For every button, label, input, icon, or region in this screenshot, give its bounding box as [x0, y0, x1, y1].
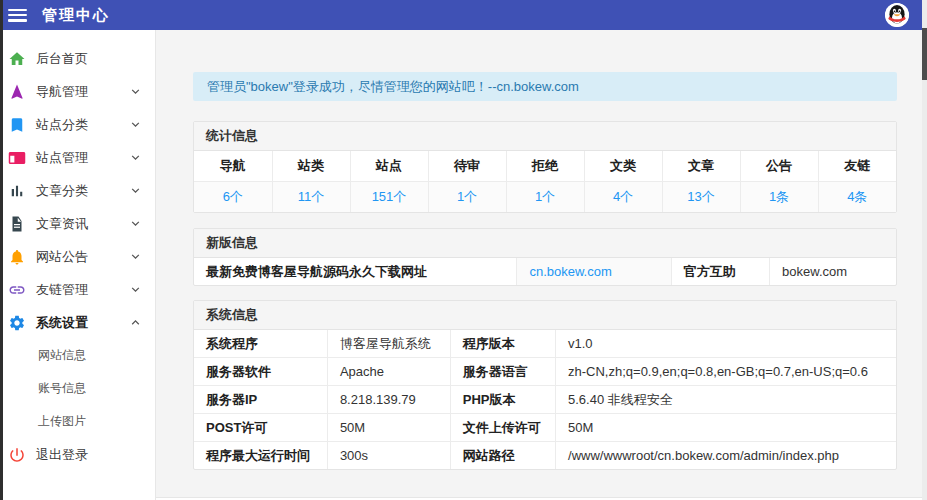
system-value: 50M [327, 414, 450, 442]
sidebar-item-label: 友链管理 [36, 281, 128, 299]
official-support-value: bokew.com [770, 258, 896, 285]
system-info-row: 系统程序 博客屋导航系统 程序版本 v1.0 [194, 330, 896, 358]
sidebar-subitem-label: 账号信息 [38, 380, 86, 397]
stats-column-header: 站点 [350, 151, 428, 182]
sidebar-item-site-category[interactable]: 站点分类 [0, 108, 155, 141]
sidebar: 后台首页 导航管理 站点分类 站点管理 [0, 30, 156, 500]
scrollbar-thumb[interactable] [922, 28, 927, 80]
sidebar-item-label: 站点管理 [36, 149, 128, 167]
stats-column-header: 文类 [584, 151, 662, 182]
link-icon [7, 280, 26, 299]
chevron-down-icon [128, 183, 143, 198]
statistics-table: 导航 站类 站点 待审 拒绝 文类 文章 公告 友链 6个 11个 [194, 151, 896, 212]
download-url-link[interactable]: cn.bokew.com [517, 258, 671, 285]
sidebar-item-label: 站点分类 [36, 116, 128, 134]
power-icon [7, 445, 26, 464]
chevron-down-icon [128, 282, 143, 297]
bar-chart-icon [7, 181, 26, 200]
sidebar-item-article-category[interactable]: 文章分类 [0, 174, 155, 207]
download-url-label: 最新免费博客屋导航源码永久下载网址 [194, 258, 517, 285]
stats-column-header: 公告 [740, 151, 818, 182]
system-info-card-title: 系统信息 [194, 301, 896, 330]
statistics-value-row: 6个 11个 151个 1个 1个 4个 13个 1条 4条 [194, 182, 896, 213]
gear-icon [7, 313, 26, 332]
system-key: 服务器软件 [194, 358, 327, 386]
bell-icon [7, 247, 26, 266]
system-key: POST许可 [194, 414, 327, 442]
system-key: 程序版本 [450, 330, 555, 358]
stats-value: 13个 [662, 182, 740, 213]
stats-column-header: 拒绝 [506, 151, 584, 182]
stats-column-header: 站类 [272, 151, 350, 182]
stats-column-header: 待审 [428, 151, 506, 182]
main-content: 管理员"bokew"登录成功，尽情管理您的网站吧！--cn.bokew.com … [156, 30, 927, 500]
system-key: 系统程序 [194, 330, 327, 358]
sidebar-subitem-site-info[interactable]: 网站信息 [0, 339, 155, 372]
sidebar-item-home[interactable]: 后台首页 [0, 42, 155, 75]
chevron-up-icon [128, 315, 143, 330]
sidebar-item-site-announcement[interactable]: 网站公告 [0, 240, 155, 273]
window-left-edge [0, 0, 3, 500]
sidebar-subitem-upload-image[interactable]: 上传图片 [0, 405, 155, 438]
stats-value: 1个 [428, 182, 506, 213]
sidebar-item-label: 文章分类 [36, 182, 128, 200]
stats-value: 1条 [740, 182, 818, 213]
stats-value: 4条 [818, 182, 896, 213]
official-support-label: 官方互助 [671, 258, 769, 285]
sidebar-item-system-settings[interactable]: 系统设置 [0, 306, 155, 339]
stats-value: 151个 [350, 182, 428, 213]
home-icon [7, 49, 26, 68]
sidebar-item-nav-management[interactable]: 导航管理 [0, 75, 155, 108]
stats-column-header: 导航 [194, 151, 272, 182]
chevron-down-icon [128, 117, 143, 132]
system-value: 8.218.139.79 [327, 386, 450, 414]
sidebar-item-label: 退出登录 [36, 446, 143, 464]
sidebar-item-label: 导航管理 [36, 83, 128, 101]
system-info-row: POST许可 50M 文件上传许可 50M [194, 414, 896, 442]
bookmark-icon [7, 115, 26, 134]
chevron-down-icon [128, 84, 143, 99]
statistics-header-row: 导航 站类 站点 待审 拒绝 文类 文章 公告 友链 [194, 151, 896, 182]
stats-column-header: 文章 [662, 151, 740, 182]
site-card-icon [7, 148, 26, 167]
release-info-card-title: 新版信息 [194, 229, 896, 258]
page-title: 管理中心 [42, 6, 110, 25]
system-value: 50M [556, 414, 896, 442]
system-value: 5.6.40 非线程安全 [556, 386, 896, 414]
chevron-down-icon [128, 150, 143, 165]
system-key: 服务器IP [194, 386, 327, 414]
sidebar-item-label: 文章资讯 [36, 215, 128, 233]
system-value: Apache [327, 358, 450, 386]
sidebar-subitem-account-info[interactable]: 账号信息 [0, 372, 155, 405]
system-info-row: 服务器IP 8.218.139.79 PHP版本 5.6.40 非线程安全 [194, 386, 896, 414]
sidebar-item-logout[interactable]: 退出登录 [0, 438, 155, 471]
release-info-row: 最新免费博客屋导航源码永久下载网址 cn.bokew.com 官方互助 boke… [194, 258, 896, 285]
system-value: zh-CN,zh;q=0.9,en;q=0.8,en-GB;q=0.7,en-U… [556, 358, 896, 386]
sidebar-subitem-label: 上传图片 [38, 413, 86, 430]
user-avatar[interactable] [885, 3, 909, 27]
navigation-icon [7, 82, 26, 101]
system-info-row: 程序最大运行时间 300s 网站路径 /www/wwwroot/cn.bokew… [194, 442, 896, 470]
system-key: 文件上传许可 [450, 414, 555, 442]
release-info-table: 最新免费博客屋导航源码永久下载网址 cn.bokew.com 官方互助 boke… [194, 258, 896, 285]
system-info-table: 系统程序 博客屋导航系统 程序版本 v1.0 服务器软件 Apache 服务器语… [194, 330, 896, 469]
page-scrollbar[interactable] [922, 0, 927, 500]
sidebar-item-link-management[interactable]: 友链管理 [0, 273, 155, 306]
stats-value: 4个 [584, 182, 662, 213]
system-value: /www/wwwroot/cn.bokew.com/admin/index.ph… [556, 442, 896, 470]
system-info-card: 系统信息 系统程序 博客屋导航系统 程序版本 v1.0 服务器软件 Apache… [193, 300, 897, 470]
sidebar-item-article-news[interactable]: 文章资讯 [0, 207, 155, 240]
sidebar-item-site-management[interactable]: 站点管理 [0, 141, 155, 174]
sidebar-item-label: 网站公告 [36, 248, 128, 266]
stats-value: 6个 [194, 182, 272, 213]
sidebar-subitem-label: 网站信息 [38, 347, 86, 364]
system-value: v1.0 [556, 330, 896, 358]
menu-icon[interactable] [8, 9, 27, 22]
system-info-row: 服务器软件 Apache 服务器语言 zh-CN,zh;q=0.9,en;q=0… [194, 358, 896, 386]
chevron-down-icon [128, 249, 143, 264]
system-key: PHP版本 [450, 386, 555, 414]
statistics-card: 统计信息 导航 站类 站点 待审 拒绝 文类 文章 公告 友链 [193, 121, 897, 213]
system-value: 300s [327, 442, 450, 470]
statistics-card-title: 统计信息 [194, 122, 896, 151]
login-success-alert: 管理员"bokew"登录成功，尽情管理您的网站吧！--cn.bokew.com [193, 72, 897, 101]
